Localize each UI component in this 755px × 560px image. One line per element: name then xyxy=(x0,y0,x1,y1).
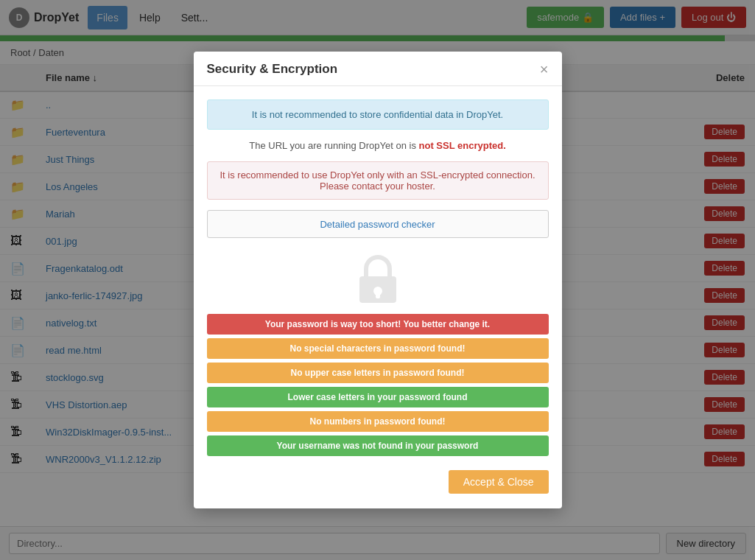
modal-footer: Accept & Close xyxy=(194,460,562,494)
pw-strength-bar: Your password is way too short! You bett… xyxy=(207,314,549,335)
ssl-highlight: not SSL encrypted. xyxy=(419,140,506,151)
info-alert: It is not recommended to store confident… xyxy=(207,99,549,130)
warning-alert: It is recommended to use DropYet only wi… xyxy=(207,161,549,200)
ssl-text-before: The URL you are running DropYet on is xyxy=(249,140,418,151)
pw-strength-bar: Your username was not found in your pass… xyxy=(207,435,549,456)
security-modal: Security & Encryption × It is not recomm… xyxy=(194,52,562,508)
modal-header: Security & Encryption × xyxy=(194,52,562,86)
modal-title: Security & Encryption xyxy=(207,62,338,77)
pw-bars-container: Your password is way too short! You bett… xyxy=(207,314,549,456)
pw-strength-bar: No special characters in password found! xyxy=(207,338,549,359)
pw-strength-bar: No numbers in password found! xyxy=(207,411,549,432)
modal-body: It is not recommended to store confident… xyxy=(194,86,562,456)
pw-strength-bar: Lower case letters in your password foun… xyxy=(207,387,549,407)
modal-overlay: Security & Encryption × It is not recomm… xyxy=(0,0,755,554)
pw-strength-bar: No upper case letters in password found! xyxy=(207,363,549,383)
lock-icon-area xyxy=(207,248,549,309)
pw-checker-anchor[interactable]: Detailed password checker xyxy=(320,219,435,230)
modal-close-button[interactable]: × xyxy=(540,62,549,77)
ssl-note: The URL you are running DropYet on is no… xyxy=(207,140,549,151)
pw-checker-link[interactable]: Detailed password checker xyxy=(207,210,549,238)
svg-rect-2 xyxy=(376,291,380,298)
accept-close-button[interactable]: Accept & Close xyxy=(449,470,549,494)
lock-icon xyxy=(348,248,407,307)
